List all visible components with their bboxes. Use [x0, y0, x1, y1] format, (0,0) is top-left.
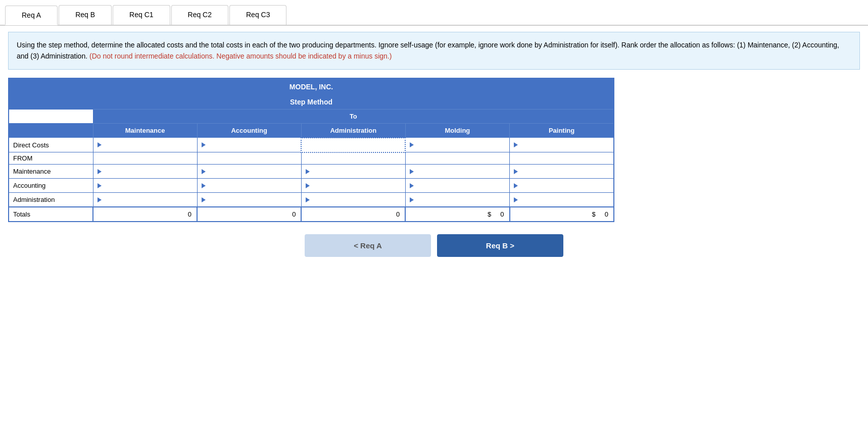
administration-painting-cell	[510, 193, 614, 207]
tab-req-c3[interactable]: Req C3	[229, 5, 286, 25]
tri-icon	[514, 142, 518, 147]
tri-icon	[202, 183, 206, 188]
administration-administration-cell	[301, 193, 405, 207]
totals-row: Totals 0 0 0 $ 0 $ 0	[9, 207, 614, 222]
totals-administration: 0	[301, 207, 405, 222]
accounting-painting-input[interactable]	[520, 182, 609, 189]
maintenance-administration-cell	[301, 165, 405, 179]
administration-label: Administration	[9, 193, 93, 207]
maintenance-molding-cell	[405, 165, 509, 179]
col-header-administration: Administration	[301, 123, 405, 138]
to-header: To	[93, 109, 614, 123]
tri-icon	[306, 169, 310, 174]
maintenance-row: Maintenance	[9, 165, 614, 179]
administration-molding-input[interactable]	[416, 196, 505, 203]
tri-icon	[202, 142, 206, 147]
tri-icon	[514, 169, 518, 174]
main-table: MODEL, INC. Step Method To Maintenance A…	[8, 78, 614, 223]
direct-costs-accounting-input[interactable]	[208, 141, 297, 149]
accounting-accounting-cell	[197, 179, 301, 193]
table-title: MODEL, INC.	[9, 78, 614, 95]
col-header-painting: Painting	[510, 123, 614, 138]
maintenance-painting-cell	[510, 165, 614, 179]
administration-maintenance-cell	[93, 193, 197, 207]
prev-button[interactable]: < Req A	[305, 234, 431, 257]
table-subtitle: Step Method	[9, 95, 614, 110]
col-header-accounting: Accounting	[197, 123, 301, 138]
tri-icon	[98, 183, 102, 188]
from-cell-2	[197, 152, 301, 165]
administration-maintenance-input[interactable]	[104, 196, 193, 203]
maintenance-maintenance-cell	[93, 165, 197, 179]
administration-accounting-input[interactable]	[208, 196, 297, 203]
tri-icon	[306, 183, 310, 188]
tri-icon	[202, 169, 206, 174]
tri-icon	[410, 142, 414, 147]
tab-req-c2[interactable]: Req C2	[171, 5, 228, 25]
direct-costs-accounting-cell	[197, 138, 301, 152]
maintenance-molding-input[interactable]	[416, 168, 505, 175]
instruction-red-text: (Do not round intermediate calculations.…	[89, 52, 392, 60]
tri-icon	[410, 169, 414, 174]
tri-icon	[98, 142, 102, 147]
next-button[interactable]: Req B >	[437, 234, 563, 257]
totals-accounting: 0	[197, 207, 301, 222]
maintenance-administration-input[interactable]	[312, 168, 401, 175]
tri-icon	[410, 197, 414, 202]
maintenance-accounting-cell	[197, 165, 301, 179]
tri-icon	[410, 183, 414, 188]
tab-req-b[interactable]: Req B	[59, 5, 112, 25]
direct-costs-maintenance-cell	[93, 138, 197, 152]
direct-costs-maintenance-input[interactable]	[104, 141, 193, 149]
from-label: FROM	[9, 152, 93, 165]
administration-painting-input[interactable]	[520, 196, 609, 203]
direct-costs-painting-input[interactable]	[520, 141, 609, 149]
direct-costs-row: Direct Costs	[9, 138, 614, 152]
accounting-row: Accounting	[9, 179, 614, 193]
tri-icon	[98, 197, 102, 202]
totals-maintenance: 0	[93, 207, 197, 222]
tri-icon	[202, 197, 206, 202]
accounting-painting-cell	[510, 179, 614, 193]
tri-icon	[98, 169, 102, 174]
from-row: FROM	[9, 152, 614, 165]
accounting-administration-input[interactable]	[312, 182, 401, 189]
tri-icon	[306, 197, 310, 202]
tab-req-c1[interactable]: Req C1	[113, 5, 170, 25]
accounting-accounting-input[interactable]	[208, 182, 297, 189]
tri-icon	[514, 197, 518, 202]
from-cell-5	[510, 152, 614, 165]
tri-icon	[514, 183, 518, 188]
from-cell-1	[93, 152, 197, 165]
tab-req-a[interactable]: Req A	[5, 6, 58, 25]
tabs-container: Req A Req B Req C1 Req C2 Req C3	[0, 0, 868, 26]
totals-label: Totals	[9, 207, 93, 222]
row-label-header	[9, 123, 93, 138]
accounting-molding-input[interactable]	[416, 182, 505, 189]
table-wrapper: MODEL, INC. Step Method To Maintenance A…	[8, 78, 860, 223]
maintenance-accounting-input[interactable]	[208, 168, 297, 175]
direct-costs-administration-input[interactable]	[306, 141, 401, 149]
maintenance-label: Maintenance	[9, 165, 93, 179]
administration-administration-input[interactable]	[312, 196, 401, 203]
from-cell-4	[405, 152, 509, 165]
direct-costs-molding-cell	[405, 138, 509, 152]
instruction-box: Using the step method, determine the all…	[8, 32, 860, 70]
direct-costs-molding-input[interactable]	[416, 141, 505, 149]
direct-costs-painting-cell	[510, 138, 614, 152]
direct-costs-administration-cell	[301, 138, 405, 152]
accounting-molding-cell	[405, 179, 509, 193]
nav-buttons: < Req A Req B >	[0, 234, 868, 257]
totals-painting: $ 0	[510, 207, 614, 222]
maintenance-maintenance-input[interactable]	[104, 168, 193, 175]
administration-accounting-cell	[197, 193, 301, 207]
direct-costs-label: Direct Costs	[9, 138, 93, 152]
accounting-maintenance-cell	[93, 179, 197, 193]
maintenance-painting-input[interactable]	[520, 168, 609, 175]
accounting-maintenance-input[interactable]	[104, 182, 193, 189]
totals-molding: $ 0	[405, 207, 509, 222]
accounting-label: Accounting	[9, 179, 93, 193]
administration-molding-cell	[405, 193, 509, 207]
administration-row: Administration	[9, 193, 614, 207]
col-header-maintenance: Maintenance	[93, 123, 197, 138]
